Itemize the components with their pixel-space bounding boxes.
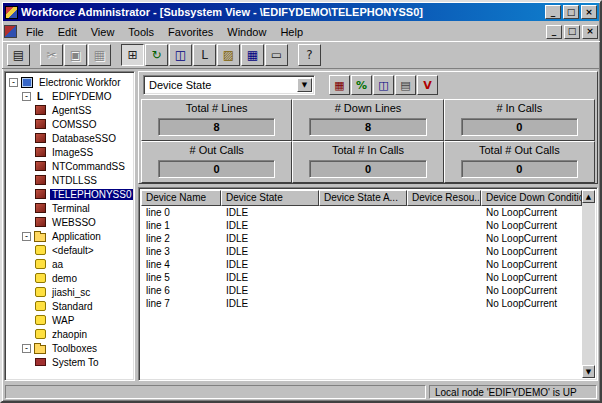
table-body: line 0IDLENo LoopCurrentline 1IDLENo Loo…: [141, 206, 582, 310]
help-button[interactable]: ?: [298, 44, 321, 66]
table-row-line-3[interactable]: line 3IDLENo LoopCurrent: [141, 245, 582, 258]
tree-node-standard[interactable]: Standard: [7, 299, 132, 313]
menu-window[interactable]: Window: [220, 24, 273, 40]
logo-l-button[interactable]: L: [193, 44, 216, 66]
tree-node-websso[interactable]: WEBSSO: [7, 215, 132, 229]
tree-expander-icon[interactable]: -: [9, 78, 18, 87]
node-status-pane: Local node 'EDIFYDEMO' is UP: [429, 385, 597, 399]
properties-button[interactable]: ▭: [265, 44, 288, 66]
tree-node-application[interactable]: -Application: [7, 229, 132, 243]
tree-node-comsso[interactable]: COMSSO: [7, 117, 132, 131]
tree-node-ntdllss[interactable]: NTDLLSS: [7, 173, 132, 187]
tree-expander-icon[interactable]: -: [22, 92, 31, 101]
menu-help[interactable]: Help: [273, 24, 310, 40]
toolbar-separator: [31, 44, 39, 66]
table-scrollbar[interactable]: ▲ ▼: [582, 190, 595, 378]
tree-node-agentss[interactable]: AgentSS: [7, 103, 132, 117]
column-header-device-down-condition[interactable]: Device Down Condition: [481, 190, 582, 206]
stat-value: 0: [461, 118, 578, 136]
table-row-line-6[interactable]: line 6IDLENo LoopCurrent: [141, 284, 582, 297]
verify-button[interactable]: V: [417, 75, 438, 95]
status-message-pane: [5, 385, 426, 399]
stat-label: # In Calls: [445, 100, 594, 116]
tree-node-telephonyss0[interactable]: TELEPHONYSS0: [7, 187, 132, 201]
table-cell: IDLE: [221, 259, 319, 270]
stat-label: Total # In Calls: [293, 142, 442, 158]
edify-icon: L: [34, 91, 46, 102]
menu-favorites[interactable]: Favorites: [161, 24, 220, 40]
table-cell: line 0: [141, 207, 221, 218]
new-view-button[interactable]: ▤: [7, 44, 30, 66]
subsystem-icon: [35, 217, 46, 227]
device-state-dropdown[interactable]: Device State ▼: [143, 75, 315, 95]
subsystem-icon: [35, 105, 46, 115]
scrollbar-track[interactable]: [582, 203, 595, 365]
tree-node-edifydemo[interactable]: -LEDIFYDEMO: [7, 89, 132, 103]
column-header-device-state-a[interactable]: Device State A...: [319, 190, 407, 206]
cut-button[interactable]: ✂: [40, 44, 63, 66]
tree-node-terminal[interactable]: Terminal: [7, 201, 132, 215]
tree-node-demo[interactable]: demo: [7, 271, 132, 285]
table-cell: No LoopCurrent: [481, 272, 582, 283]
tree-expander-icon[interactable]: -: [22, 344, 31, 353]
subsystem-icon: [35, 147, 46, 157]
table-view-button[interactable]: ▦: [241, 44, 264, 66]
toolbox-icon: [35, 358, 46, 366]
child-window-icon[interactable]: [4, 25, 17, 38]
tree-node-toolboxes[interactable]: -Toolboxes: [7, 341, 132, 355]
stats-button[interactable]: %: [351, 75, 372, 95]
tree-node-label: Application: [50, 231, 103, 242]
graph-button[interactable]: ◫: [373, 75, 394, 95]
column-header-device-name[interactable]: Device Name: [141, 190, 221, 206]
child-restore-button[interactable]: □: [564, 25, 580, 39]
menu-items: FileEditViewToolsFavoritesWindowHelp: [19, 24, 310, 40]
table-cell: IDLE: [221, 272, 319, 283]
table-row-line-4[interactable]: line 4IDLENo LoopCurrent: [141, 258, 582, 271]
print-button[interactable]: ▤: [395, 75, 416, 95]
child-close-button[interactable]: ×: [582, 25, 598, 39]
tree-node-label: Toolboxes: [50, 343, 99, 354]
tree-node-ntcommandss[interactable]: NTCommandSS: [7, 159, 132, 173]
close-button[interactable]: ×: [581, 5, 597, 19]
tree-node-default[interactable]: <default>: [7, 243, 132, 257]
table-row-line-0[interactable]: line 0IDLENo LoopCurrent: [141, 206, 582, 219]
open-folder-button[interactable]: ▨: [217, 44, 240, 66]
tree-node-jiashi-sc[interactable]: jiashi_sc: [7, 285, 132, 299]
device-map-button[interactable]: ▦: [329, 75, 350, 95]
table-row-line-2[interactable]: line 2IDLENo LoopCurrent: [141, 232, 582, 245]
tree-node-electronic-workfor[interactable]: -Electronic Workfor: [7, 75, 132, 89]
tree-node-label: Electronic Workfor: [37, 77, 123, 88]
subsystem-icon: [35, 203, 46, 213]
maximize-button[interactable]: □: [563, 5, 579, 19]
minimize-button[interactable]: _: [545, 5, 561, 19]
scroll-up-icon[interactable]: ▲: [582, 190, 595, 203]
tree-node-zhaopin[interactable]: zhaopin: [7, 327, 132, 341]
monitor-view-button[interactable]: ◫: [169, 44, 192, 66]
refresh-button[interactable]: ↻: [145, 44, 168, 66]
table-cell: No LoopCurrent: [481, 285, 582, 296]
menu-tools[interactable]: Tools: [121, 24, 161, 40]
child-minimize-button[interactable]: _: [546, 25, 562, 39]
menu-view[interactable]: View: [84, 24, 122, 40]
tree-node-databasesso[interactable]: DatabaseSSO: [7, 131, 132, 145]
menu-file[interactable]: File: [19, 24, 51, 40]
tree-node-imagess[interactable]: ImageSS: [7, 145, 132, 159]
scroll-down-icon[interactable]: ▼: [582, 365, 595, 378]
table-cell: line 1: [141, 220, 221, 231]
menu-edit[interactable]: Edit: [51, 24, 84, 40]
column-header-device-resou[interactable]: Device Resou...: [407, 190, 481, 206]
chevron-down-icon[interactable]: ▼: [297, 78, 312, 92]
tree-view-button[interactable]: ⊞: [121, 44, 144, 66]
tree-node-aa[interactable]: aa: [7, 257, 132, 271]
table-row-line-7[interactable]: line 7IDLENo LoopCurrent: [141, 297, 582, 310]
table-row-line-5[interactable]: line 5IDLENo LoopCurrent: [141, 271, 582, 284]
column-header-device-state[interactable]: Device State: [221, 190, 319, 206]
table-row-line-1[interactable]: line 1IDLENo LoopCurrent: [141, 219, 582, 232]
paste-button[interactable]: ▦: [88, 44, 111, 66]
copy-button[interactable]: ▣: [64, 44, 87, 66]
tree-node-label: demo: [50, 273, 79, 284]
tree-expander-icon[interactable]: -: [22, 232, 31, 241]
tree-node-wap[interactable]: WAP: [7, 313, 132, 327]
tree-node-system-to[interactable]: System To: [7, 355, 132, 369]
tree-node-label: Terminal: [50, 203, 92, 214]
